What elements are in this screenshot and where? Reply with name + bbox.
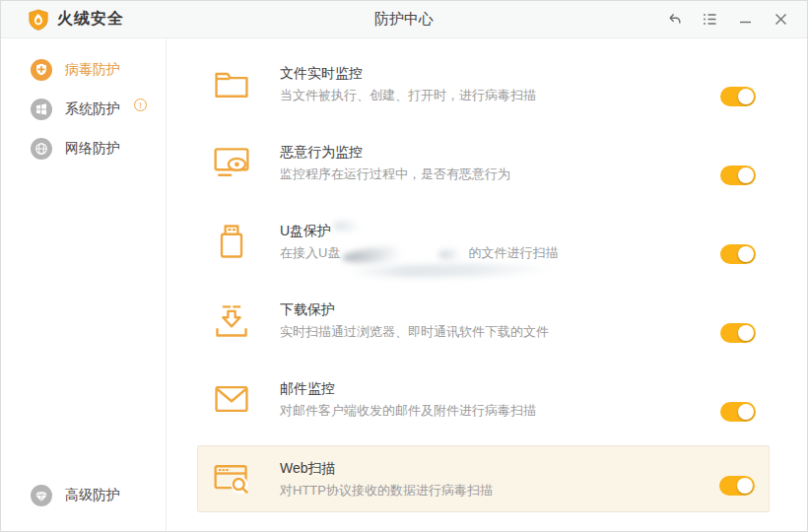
- system-grid-icon: [31, 99, 52, 120]
- shield-plus-icon: [31, 59, 52, 81]
- sidebar: 病毒防护 系统防护!: [1, 38, 167, 531]
- app-name: 火绒安全: [57, 9, 124, 30]
- protection-desc: 监控程序在运行过程中，是否有恶意行为: [280, 166, 510, 182]
- protection-row-file-monitor[interactable]: 文件实时监控 当文件被执行、创建、打开时，进行病毒扫描: [197, 57, 770, 136]
- toggle-web-scan[interactable]: [719, 476, 755, 496]
- usb-drive-icon: [212, 222, 251, 261]
- protection-title: 下载保护: [280, 300, 549, 319]
- protection-desc: 实时扫描通过浏览器、即时通讯软件下载的文件: [280, 324, 549, 340]
- folder-icon: [212, 64, 251, 103]
- window-controls: [651, 7, 793, 33]
- protection-title: 恶意行为监控: [280, 143, 510, 162]
- app-logo: 火绒安全: [28, 9, 124, 31]
- redaction-smudge: [438, 249, 466, 260]
- protection-row-usb[interactable]: U盘保护 在接入U盘的文件进行扫描: [197, 215, 770, 294]
- sidebar-item-virus-protection[interactable]: 病毒防护: [1, 50, 166, 90]
- toggle-file-monitor[interactable]: [720, 87, 756, 106]
- minimize-button[interactable]: [732, 7, 758, 33]
- web-scan-icon: [212, 459, 251, 499]
- sidebar-item-network-protection[interactable]: 网络防护: [1, 129, 166, 168]
- protection-row-mail[interactable]: 邮件监控 对邮件客户端收发的邮件及附件进行病毒扫描: [197, 372, 770, 451]
- protection-desc: 对HTTP协议接收的数据进行病毒扫描: [280, 483, 493, 499]
- back-undo-button[interactable]: [661, 7, 687, 33]
- protection-title: U盘保护: [280, 222, 558, 240]
- sidebar-item-system-protection[interactable]: 系统防护!: [1, 90, 166, 129]
- huorong-security-window: 火绒安全 防护中心: [0, 0, 808, 532]
- protection-list: 文件实时监控 当文件被执行、创建、打开时，进行病毒扫描 恶意行为监控: [167, 38, 807, 531]
- protection-row-download[interactable]: 下载保护 实时扫描通过浏览器、即时通讯软件下载的文件: [197, 294, 770, 372]
- protection-desc: 对邮件客户端收发的邮件及附件进行病毒扫描: [280, 403, 536, 419]
- download-icon: [212, 300, 251, 340]
- close-button[interactable]: [768, 7, 793, 33]
- protection-row-web-scan[interactable]: Web扫描 对HTTP协议接收的数据进行病毒扫描: [197, 445, 770, 512]
- toggle-mail-monitor[interactable]: [720, 402, 756, 422]
- protection-title: Web扫描: [280, 459, 493, 478]
- diamond-icon: [31, 485, 52, 506]
- sidebar-item-label: 网络防护: [65, 140, 120, 158]
- page-title: 防护中心: [374, 10, 434, 29]
- protection-desc: 当文件被执行、创建、打开时，进行病毒扫描: [280, 88, 536, 103]
- sidebar-item-advanced-protection[interactable]: 高级防护: [1, 476, 166, 515]
- sidebar-item-label: 高级防护: [65, 487, 120, 504]
- mail-icon: [212, 379, 251, 419]
- protection-title: 邮件监控: [280, 379, 536, 398]
- sidebar-item-label: 病毒防护: [65, 61, 120, 79]
- redaction-smudge: [345, 262, 554, 279]
- warning-badge: !: [134, 99, 147, 111]
- protection-row-behavior-monitor[interactable]: 恶意行为监控 监控程序在运行过程中，是否有恶意行为: [197, 136, 770, 215]
- protection-title: 文件实时监控: [280, 64, 536, 83]
- redaction-smudge-gap: [340, 247, 468, 261]
- toggle-behavior-monitor[interactable]: [720, 166, 756, 185]
- menu-list-button[interactable]: [697, 7, 722, 33]
- title-bar: 火绒安全 防护中心: [1, 1, 807, 38]
- shield-flame-logo-icon: [28, 9, 49, 31]
- toggle-usb-protection[interactable]: [720, 244, 756, 264]
- toggle-download-protection[interactable]: [720, 323, 756, 343]
- redaction-smudge: [342, 243, 422, 265]
- protection-desc: 在接入U盘的文件进行扫描: [280, 245, 558, 261]
- sidebar-item-label: 系统防护: [65, 100, 120, 118]
- globe-icon: [31, 138, 52, 160]
- monitor-eye-icon: [212, 143, 251, 182]
